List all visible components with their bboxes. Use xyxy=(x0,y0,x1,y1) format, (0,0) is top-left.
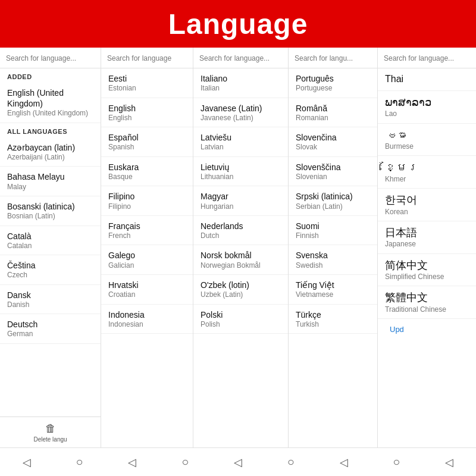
list-area-4: Português Portuguese Română Romanian Slo… xyxy=(289,68,377,476)
lang-item[interactable]: Nederlands Dutch xyxy=(193,216,288,246)
column-5: Thai ພາສາລາວ Lao ဗမာ Burmese ខ្មែរ Khmer… xyxy=(378,48,476,476)
search-bar-2[interactable] xyxy=(101,48,193,68)
section-header-all: ALL LANGUAGES xyxy=(0,123,101,137)
lang-item[interactable]: Català Catalan xyxy=(0,226,101,256)
home-button-4[interactable]: ○ xyxy=(383,450,409,474)
home-button-1[interactable]: ○ xyxy=(67,450,93,474)
lang-item[interactable]: Magyar Hungarian xyxy=(193,186,288,216)
lang-item[interactable]: Thai xyxy=(378,68,476,91)
delete-overlay[interactable]: 🗑 Delete langu xyxy=(0,416,101,447)
lang-secondary: Azerbaijani (Latin) xyxy=(7,153,93,161)
search-input-4[interactable] xyxy=(295,54,371,62)
lang-primary: Magyar xyxy=(201,191,281,202)
lang-secondary: German xyxy=(7,330,93,338)
lang-item[interactable]: English English xyxy=(101,98,193,128)
search-input-3[interactable] xyxy=(199,54,282,62)
lang-item[interactable]: Euskara Basque xyxy=(101,157,193,187)
lang-primary: Slovenščina xyxy=(296,162,370,173)
lang-item[interactable]: Latviešu Latvian xyxy=(193,127,288,157)
lang-item[interactable]: Polski Polish xyxy=(193,305,288,334)
lang-item[interactable]: O'zbek (lotin) Uzbek (Latin) xyxy=(193,275,288,305)
lang-primary: Hrvatski xyxy=(108,280,186,290)
lang-secondary: Uzbek (Latin) xyxy=(201,290,281,299)
back-button-2[interactable]: ◁ xyxy=(118,451,146,474)
lang-item[interactable]: Türkçe Turkish xyxy=(289,305,377,334)
lang-primary: Suomi xyxy=(296,221,370,231)
search-bar-5[interactable] xyxy=(378,48,476,68)
lang-item[interactable]: English (United Kingdom) English (United… xyxy=(0,83,101,123)
lang-item[interactable]: Eesti Estonian xyxy=(101,68,193,98)
home-button-2[interactable]: ○ xyxy=(172,450,198,474)
lang-secondary: Traditional Chinese xyxy=(385,305,469,314)
lang-item[interactable]: Dansk Danish xyxy=(0,285,101,315)
column-3: Italiano Italian Javanese (Latin) Javane… xyxy=(193,48,289,476)
lang-secondary: Finnish xyxy=(296,231,370,240)
lang-item[interactable]: Galego Galician xyxy=(101,245,193,275)
lang-primary: Slovenčina xyxy=(296,132,370,143)
list-area-5: Thai ພາສາລາວ Lao ဗမာ Burmese ខ្មែរ Khmer… xyxy=(378,68,476,476)
lang-secondary: Simplified Chinese xyxy=(385,273,469,281)
lang-item[interactable]: Filipino Filipino xyxy=(101,186,193,216)
back-button-3[interactable]: ◁ xyxy=(224,451,252,474)
lang-item[interactable]: Srpski (latinica) Serbian (Latin) xyxy=(289,186,377,216)
lang-item[interactable]: Lietuvių Lithuanian xyxy=(193,157,288,187)
lang-item[interactable]: 한국어 Korean xyxy=(378,189,476,221)
lang-primary: Italiano xyxy=(201,73,281,84)
lang-item[interactable]: Slovenčina Slovak xyxy=(289,127,377,157)
search-input-5[interactable] xyxy=(384,54,470,62)
back-button-5[interactable]: ◁ xyxy=(436,451,463,474)
lang-primary: Svenska xyxy=(296,250,370,261)
lang-secondary: Filipino xyxy=(108,202,186,211)
lang-item[interactable]: Tiếng Việt Vietnamese xyxy=(289,275,377,305)
search-bar-3[interactable] xyxy=(193,48,288,68)
search-input-2[interactable] xyxy=(107,54,187,62)
lang-secondary: Italian xyxy=(201,84,281,92)
lang-primary: English (United Kingdom) xyxy=(7,87,93,109)
content-area: ADDED English (United Kingdom) English (… xyxy=(0,48,476,476)
back-button-1[interactable]: ◁ xyxy=(13,451,40,474)
lang-secondary: Norwegian Bokmål xyxy=(201,261,281,270)
lang-item[interactable]: 繁體中文 Traditional Chinese xyxy=(378,286,476,319)
lang-primary: Srpski (latinica) xyxy=(296,191,370,202)
lang-item[interactable]: Indonesia Indonesian xyxy=(101,305,193,334)
lang-secondary: Croatian xyxy=(108,290,186,299)
lang-item[interactable]: 简体中文 Simplified Chinese xyxy=(378,254,476,287)
lang-item[interactable]: Suomi Finnish xyxy=(289,216,377,246)
lang-item[interactable]: ພາສາລາວ Lao xyxy=(378,91,476,124)
lang-item[interactable]: Bosanski (latinica) Bosnian (Latin) xyxy=(0,196,101,226)
lang-item[interactable]: Italiano Italian xyxy=(193,68,288,98)
lang-item[interactable]: Norsk bokmål Norwegian Bokmål xyxy=(193,245,288,275)
search-bar-4[interactable] xyxy=(289,48,377,68)
lang-item[interactable]: Français French xyxy=(101,216,193,246)
lang-primary: Français xyxy=(108,221,186,231)
lang-item[interactable]: Português Portuguese xyxy=(289,68,377,98)
search-bar-1[interactable] xyxy=(0,48,101,68)
update-button[interactable]: Upd xyxy=(378,319,476,339)
column-4: Português Portuguese Română Romanian Slo… xyxy=(289,48,378,476)
lang-item[interactable]: Română Romanian xyxy=(289,98,377,128)
lang-item[interactable]: Español Spanish xyxy=(101,127,193,157)
lang-secondary: Estonian xyxy=(108,84,186,92)
lang-item[interactable]: Bahasa Melayu Malay xyxy=(0,167,101,196)
update-label[interactable]: Upd xyxy=(385,322,409,336)
lang-item[interactable]: Slovenščina Slovenian xyxy=(289,157,377,187)
lang-secondary: Lao xyxy=(385,109,469,118)
lang-item[interactable]: Deutsch German xyxy=(0,314,101,344)
search-input-1[interactable] xyxy=(6,54,95,62)
back-button-4[interactable]: ◁ xyxy=(330,451,358,474)
lang-item[interactable]: Azərbaycan (latin) Azerbaijani (Latin) xyxy=(0,137,101,167)
lang-primary: Tiếng Việt xyxy=(296,280,370,290)
lang-primary: ພາສາລາວ xyxy=(385,96,469,109)
lang-primary: Deutsch xyxy=(7,319,93,330)
lang-secondary: Hungarian xyxy=(201,202,281,211)
home-button-3[interactable]: ○ xyxy=(278,450,304,474)
lang-primary: Euskara xyxy=(108,162,186,173)
lang-item[interactable]: Javanese (Latin) Javanese (Latin) xyxy=(193,98,288,128)
lang-item[interactable]: Čeština Czech xyxy=(0,255,101,285)
lang-item[interactable]: ខ្មែរ Khmer xyxy=(378,156,476,189)
lang-item[interactable]: Svenska Swedish xyxy=(289,245,377,275)
lang-item[interactable]: ဗမာ Burmese xyxy=(378,124,476,156)
lang-primary: Português xyxy=(296,73,370,84)
lang-item[interactable]: 日本語 Japanese xyxy=(378,221,476,254)
lang-item[interactable]: Hrvatski Croatian xyxy=(101,275,193,305)
